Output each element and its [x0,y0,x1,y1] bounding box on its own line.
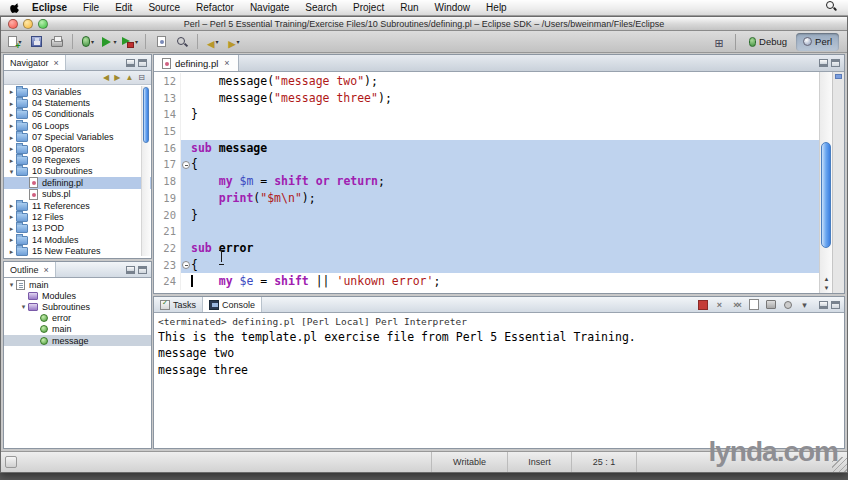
code-line-19[interactable]: 19 print("$m\n"); [154,190,819,207]
outline-item-main[interactable]: ▾main [4,279,151,290]
navigator-tab[interactable]: Navigator × [4,55,66,70]
remove-launch-icon[interactable] [713,298,726,311]
open-perspective-button[interactable] [709,32,729,52]
disclosure-triangle-icon[interactable]: ▸ [7,213,16,220]
forward-icon[interactable]: ▶ [114,74,120,82]
perspective-perl[interactable]: Perl [796,33,839,51]
editor-tab-defining-pl[interactable]: defining.pl × [154,55,239,71]
disclosure-triangle-icon[interactable]: ▾ [19,303,28,310]
code-line-13[interactable]: 13 message("message three"); [154,90,819,107]
disclosure-triangle-icon[interactable]: ▸ [7,122,16,129]
fold-collapse-icon[interactable] [182,261,190,269]
code-line-17[interactable]: 17{ [154,156,819,173]
scrollbar-thumb[interactable] [821,142,831,248]
code-line-24[interactable]: 24 my $e = shift || 'unkown error'; [154,273,819,290]
disclosure-triangle-icon[interactable]: ▸ [7,100,16,107]
minimize-view-button[interactable] [126,59,135,67]
navigator-item-04-statements[interactable]: ▸04 Statements [4,97,151,108]
navigator-item-10-subroutines[interactable]: ▾10 Subroutines [4,166,151,177]
navigator-scrollbar[interactable] [141,86,150,256]
navigator-item-subs-pl[interactable]: subs.pl [4,189,151,200]
menu-run[interactable]: Run [392,0,426,15]
disclosure-triangle-icon[interactable]: ▾ [7,281,16,288]
disclosure-triangle-icon[interactable]: ▸ [7,145,16,152]
debug-button[interactable]: ▾ [78,32,98,52]
maximize-view-button[interactable] [138,266,147,274]
navigator-item-15-new-features[interactable]: ▸15 New Features [4,245,151,256]
open-console-icon[interactable] [798,298,811,311]
navigator-item-12-files[interactable]: ▸12 Files [4,211,151,222]
code-line-14[interactable]: 14} [154,106,819,123]
code-line-12[interactable]: 12 message("message two"); [154,73,819,90]
navigator-item-03-variables[interactable]: ▸03 Variables [4,86,151,97]
new-perl-file-button[interactable] [151,32,171,52]
remove-all-launches-icon[interactable] [730,298,743,311]
disclosure-triangle-icon[interactable]: ▸ [7,248,16,255]
navigator-item-05-conditionals[interactable]: ▸05 Conditionals [4,109,151,120]
menu-help[interactable]: Help [478,0,515,15]
menu-search[interactable]: Search [297,0,345,15]
menu-project[interactable]: Project [345,0,392,15]
title-bar[interactable]: Perl – Perl 5 Essential Training/Exercis… [1,17,847,31]
close-view-icon[interactable]: × [54,58,59,68]
save-button[interactable] [26,32,46,52]
code-line-21[interactable]: 21 [154,223,819,240]
disclosure-triangle-icon[interactable]: ▸ [7,157,16,164]
zoom-window-button[interactable] [38,19,48,29]
menu-navigate[interactable]: Navigate [242,0,297,15]
minimize-view-button[interactable] [819,301,828,309]
outline-item-modules[interactable]: Modules [4,290,151,301]
outline-tab[interactable]: Outline × [4,262,56,277]
pin-console-icon[interactable] [781,298,794,311]
code-line-20[interactable]: 20} [154,207,819,224]
maximize-view-button[interactable] [138,59,147,67]
print-button[interactable] [47,32,67,52]
disclosure-triangle-icon[interactable]: ▸ [7,134,16,141]
navigator-item-11-references[interactable]: ▸11 References [4,200,151,211]
up-icon[interactable]: ▲ [125,74,133,82]
disclosure-triangle-icon[interactable]: ▸ [7,111,16,118]
console-tab-tasks[interactable]: Tasks [154,297,203,312]
navigator-item-06-loops[interactable]: ▸06 Loops [4,120,151,131]
external-tools-button[interactable]: ▾ [120,32,140,52]
code-line-16[interactable]: 16sub message [154,140,819,157]
spotlight-search-icon[interactable] [825,0,838,13]
fastview-icon[interactable] [5,456,17,468]
terminate-icon[interactable] [696,298,709,311]
code-line-18[interactable]: 18 my $m = shift or return; [154,173,819,190]
clear-console-icon[interactable] [747,298,760,311]
navigator-item-08-operators[interactable]: ▸08 Operators [4,143,151,154]
minimize-window-button[interactable] [23,19,33,29]
run-button[interactable]: ▾ [99,32,119,52]
scrollbar-thumb[interactable] [143,87,149,143]
back-button[interactable]: ▾ [203,32,223,52]
menu-edit[interactable]: Edit [107,0,140,15]
search-button[interactable] [172,32,192,52]
outline-item-subroutines[interactable]: ▾Subroutines [4,301,151,312]
apple-menu[interactable] [10,2,20,14]
menu-source[interactable]: Source [140,0,188,15]
code-area[interactable]: 12 message("message two");13 message("me… [154,72,844,293]
disclosure-triangle-icon[interactable]: ▸ [7,236,16,243]
perspective-debug[interactable]: Debug [742,33,794,51]
code-line-15[interactable]: 15 [154,123,819,140]
outline-item-main[interactable]: main [4,324,151,335]
minimize-view-button[interactable] [819,59,828,67]
disclosure-triangle-icon[interactable]: ▸ [7,225,16,232]
menu-refactor[interactable]: Refactor [188,0,242,15]
back-icon[interactable]: ◀ [103,74,109,82]
scroll-lock-icon[interactable] [764,298,777,311]
navigator-item-defining-pl[interactable]: defining.pl [4,177,151,188]
forward-button[interactable]: ▾ [224,32,244,52]
menu-window[interactable]: Window [427,0,479,15]
new-button[interactable]: ▾ [5,32,25,52]
menu-file[interactable]: File [75,0,107,15]
fold-collapse-icon[interactable] [182,161,190,169]
navigator-item-13-pod[interactable]: ▸13 POD [4,223,151,234]
console-tab-console[interactable]: Console [203,297,262,312]
disclosure-triangle-icon[interactable]: ▸ [7,202,16,209]
editor-scrollbar[interactable]: ▲ ▼ [819,72,832,293]
disclosure-triangle-icon[interactable]: ▾ [7,168,16,175]
navigator-item-14-modules[interactable]: ▸14 Modules [4,234,151,245]
close-editor-icon[interactable]: × [224,58,229,68]
